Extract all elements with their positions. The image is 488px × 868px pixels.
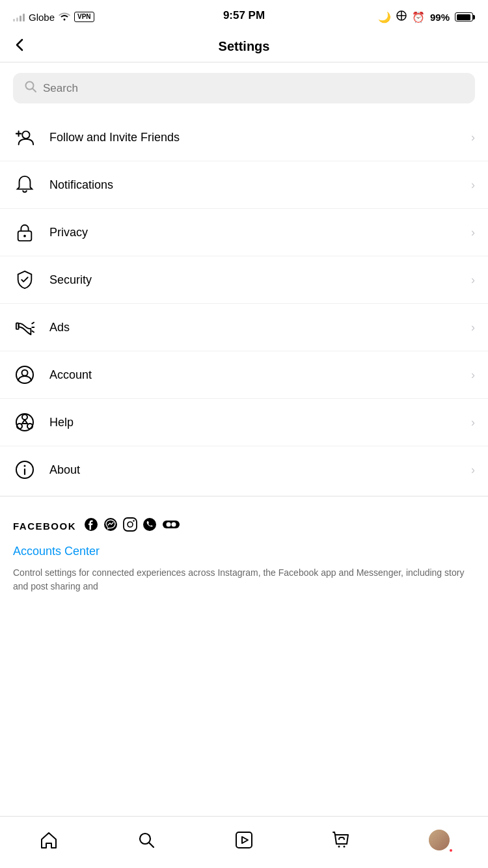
facebook-description: Control settings for connected experienc…	[13, 566, 475, 593]
menu-item-privacy[interactable]: Privacy ›	[0, 209, 488, 256]
svg-point-15	[22, 370, 28, 376]
menu-item-ads[interactable]: Ads ›	[0, 304, 488, 351]
menu-label-notifications: Notifications	[49, 178, 458, 192]
meta-icon	[162, 517, 180, 534]
alarm-icon: ⏰	[412, 11, 425, 23]
chevron-icon: ›	[471, 178, 475, 192]
notifications-icon	[13, 173, 36, 197]
menu-label-ads: Ads	[49, 321, 458, 334]
status-right: 🌙 ⏰ 99%	[378, 10, 475, 23]
svg-point-5	[22, 131, 29, 139]
vpn-badge: VPN	[74, 12, 94, 22]
page-title: Settings	[219, 39, 270, 54]
battery-percent: 99%	[430, 12, 450, 23]
chevron-icon: ›	[471, 321, 475, 334]
menu-item-help[interactable]: Help ›	[0, 399, 488, 446]
nav-reels[interactable]	[224, 826, 264, 854]
account-icon	[13, 363, 36, 387]
accounts-center-link[interactable]: Accounts Center	[13, 545, 475, 558]
menu-item-account[interactable]: Account ›	[0, 351, 488, 399]
search-input[interactable]	[43, 82, 463, 95]
menu-item-security[interactable]: Security ›	[0, 256, 488, 304]
messenger-icon	[103, 517, 118, 534]
nav-profile[interactable]	[420, 826, 459, 854]
ads-icon	[13, 316, 36, 339]
svg-rect-37	[236, 832, 252, 848]
facebook-header: FACEBOOK	[13, 517, 475, 534]
nav-shop[interactable]	[322, 826, 361, 854]
facebook-section: FACEBOOK	[0, 499, 488, 604]
svg-line-36	[150, 843, 154, 847]
menu-label-about: About	[49, 463, 458, 477]
settings-menu-list: Follow and Invite Friends › Notification…	[0, 114, 488, 493]
settings-header: Settings	[0, 31, 488, 62]
chevron-icon: ›	[471, 226, 475, 239]
menu-label-follow-friends: Follow and Invite Friends	[49, 131, 458, 144]
section-divider	[0, 496, 488, 496]
nav-search[interactable]	[127, 826, 166, 854]
chevron-icon: ›	[471, 368, 475, 382]
menu-item-notifications[interactable]: Notifications ›	[0, 161, 488, 209]
wifi-icon	[59, 12, 70, 23]
shop-icon	[332, 831, 351, 849]
svg-rect-10	[16, 323, 19, 329]
location-icon	[396, 10, 407, 23]
svg-point-29	[128, 522, 133, 527]
search-icon	[25, 81, 36, 96]
chevron-icon: ›	[471, 273, 475, 287]
back-button[interactable]	[13, 38, 27, 56]
menu-label-help: Help	[49, 416, 458, 429]
profile-notification-dot	[448, 848, 454, 853]
svg-point-35	[140, 834, 150, 844]
reels-icon	[235, 831, 253, 849]
svg-line-11	[32, 323, 34, 324]
svg-point-40	[344, 845, 346, 847]
follow-friends-icon	[13, 126, 36, 149]
svg-rect-28	[124, 518, 137, 531]
svg-rect-32	[163, 521, 180, 528]
svg-marker-38	[242, 837, 248, 843]
battery-icon	[455, 12, 475, 21]
moon-icon: 🌙	[378, 11, 391, 23]
svg-point-9	[23, 235, 26, 237]
svg-line-13	[32, 331, 34, 332]
security-icon	[13, 268, 36, 292]
privacy-icon	[13, 221, 36, 244]
svg-point-31	[143, 518, 156, 531]
profile-avatar	[429, 830, 450, 850]
chevron-icon: ›	[471, 131, 475, 144]
search-nav-icon	[137, 831, 156, 849]
home-icon	[40, 831, 58, 849]
search-container	[0, 62, 488, 114]
facebook-title: FACEBOOK	[13, 521, 76, 532]
menu-label-privacy: Privacy	[49, 226, 458, 239]
svg-point-30	[133, 520, 134, 521]
carrier-name: Globe	[29, 12, 55, 23]
svg-point-34	[172, 522, 176, 527]
status-left: Globe VPN	[13, 12, 94, 23]
chevron-icon: ›	[471, 463, 475, 477]
svg-point-39	[338, 845, 340, 847]
facebook-icon	[84, 517, 98, 534]
status-bar: Globe VPN 9:57 PM 🌙 ⏰ 99%	[0, 0, 488, 31]
menu-item-about[interactable]: About ›	[0, 446, 488, 493]
svg-point-33	[167, 522, 171, 527]
search-bar[interactable]	[13, 73, 475, 103]
help-icon	[13, 411, 36, 434]
svg-line-4	[33, 88, 36, 92]
bottom-navigation	[0, 816, 488, 868]
nav-home[interactable]	[29, 826, 68, 854]
about-icon	[13, 458, 36, 481]
svg-point-24	[24, 465, 26, 467]
facebook-icons	[84, 517, 180, 534]
menu-item-follow-friends[interactable]: Follow and Invite Friends ›	[0, 114, 488, 161]
menu-label-account: Account	[49, 368, 458, 382]
menu-label-security: Security	[49, 273, 458, 287]
svg-point-17	[22, 414, 27, 420]
chevron-icon: ›	[471, 416, 475, 429]
whatsapp-icon	[142, 517, 157, 534]
instagram-icon	[123, 517, 137, 534]
signal-icon	[13, 12, 25, 21]
status-time: 9:57 PM	[223, 9, 265, 22]
